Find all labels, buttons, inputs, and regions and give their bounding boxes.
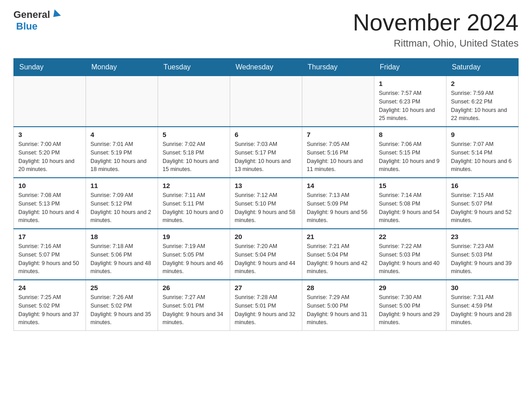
calendar-cell: 18Sunrise: 7:18 AMSunset: 5:06 PMDayligh… [86,229,158,280]
logo-blue-text: Blue [16,21,38,32]
day-info: Sunrise: 7:01 AMSunset: 5:19 PMDaylight:… [90,140,153,174]
month-title: November 2024 [353,9,519,36]
day-info: Sunrise: 7:27 AMSunset: 5:01 PMDaylight:… [163,293,225,327]
day-info: Sunrise: 7:12 AMSunset: 5:10 PMDaylight:… [235,191,297,225]
calendar-week-row: 1Sunrise: 7:57 AMSunset: 6:23 PMDaylight… [14,76,519,127]
calendar-cell: 11Sunrise: 7:09 AMSunset: 5:12 PMDayligh… [86,178,158,229]
day-info: Sunrise: 7:03 AMSunset: 5:17 PMDaylight:… [235,140,297,174]
calendar-cell: 17Sunrise: 7:16 AMSunset: 5:07 PMDayligh… [14,229,86,280]
calendar-cell [158,76,230,127]
day-info: Sunrise: 7:07 AMSunset: 5:14 PMDaylight:… [451,140,514,174]
day-info: Sunrise: 7:05 AMSunset: 5:16 PMDaylight:… [307,140,369,174]
day-number: 5 [163,131,225,138]
day-info: Sunrise: 7:31 AMSunset: 4:59 PMDaylight:… [451,293,514,327]
calendar-week-row: 24Sunrise: 7:25 AMSunset: 5:02 PMDayligh… [14,280,519,331]
day-number: 4 [90,131,153,138]
weekday-header-sunday: Sunday [14,59,86,76]
day-info: Sunrise: 7:29 AMSunset: 5:00 PMDaylight:… [307,293,369,327]
day-info: Sunrise: 7:18 AMSunset: 5:06 PMDaylight:… [90,242,153,276]
calendar-cell: 12Sunrise: 7:11 AMSunset: 5:11 PMDayligh… [158,178,230,229]
logo-arrow-icon [50,9,61,20]
calendar-cell: 19Sunrise: 7:19 AMSunset: 5:05 PMDayligh… [158,229,230,280]
calendar-cell: 6Sunrise: 7:03 AMSunset: 5:17 PMDaylight… [230,127,302,178]
day-info: Sunrise: 7:30 AMSunset: 5:00 PMDaylight:… [379,293,442,327]
calendar-cell: 15Sunrise: 7:14 AMSunset: 5:08 PMDayligh… [374,178,446,229]
calendar-table: SundayMondayTuesdayWednesdayThursdayFrid… [13,58,519,331]
day-number: 17 [18,233,81,240]
day-info: Sunrise: 7:15 AMSunset: 5:07 PMDaylight:… [451,191,514,225]
calendar-week-row: 3Sunrise: 7:00 AMSunset: 5:20 PMDaylight… [14,127,519,178]
day-number: 26 [163,284,225,291]
location-text: Rittman, Ohio, United States [353,38,519,49]
calendar-cell: 22Sunrise: 7:22 AMSunset: 5:03 PMDayligh… [374,229,446,280]
day-info: Sunrise: 7:08 AMSunset: 5:13 PMDaylight:… [18,191,81,225]
day-number: 29 [379,284,442,291]
day-info: Sunrise: 7:57 AMSunset: 6:23 PMDaylight:… [379,89,442,123]
title-section: November 2024 Rittman, Ohio, United Stat… [353,9,519,49]
day-number: 15 [379,182,442,189]
day-number: 1 [379,80,442,87]
weekday-header-thursday: Thursday [302,59,374,76]
calendar-cell: 4Sunrise: 7:01 AMSunset: 5:19 PMDaylight… [86,127,158,178]
day-number: 2 [451,80,514,87]
day-info: Sunrise: 7:06 AMSunset: 5:15 PMDaylight:… [379,140,442,174]
calendar-cell: 21Sunrise: 7:21 AMSunset: 5:04 PMDayligh… [302,229,374,280]
day-info: Sunrise: 7:19 AMSunset: 5:05 PMDaylight:… [163,242,225,276]
calendar-week-row: 17Sunrise: 7:16 AMSunset: 5:07 PMDayligh… [14,229,519,280]
day-info: Sunrise: 7:23 AMSunset: 5:03 PMDaylight:… [451,242,514,276]
day-number: 14 [307,182,369,189]
calendar-cell: 10Sunrise: 7:08 AMSunset: 5:13 PMDayligh… [14,178,86,229]
calendar-cell: 23Sunrise: 7:23 AMSunset: 5:03 PMDayligh… [446,229,519,280]
logo: General Blue [13,9,61,32]
calendar-cell: 24Sunrise: 7:25 AMSunset: 5:02 PMDayligh… [14,280,86,331]
calendar-cell: 14Sunrise: 7:13 AMSunset: 5:09 PMDayligh… [302,178,374,229]
calendar-cell: 26Sunrise: 7:27 AMSunset: 5:01 PMDayligh… [158,280,230,331]
calendar-cell [230,76,302,127]
day-number: 25 [90,284,153,291]
weekday-header-saturday: Saturday [446,59,519,76]
calendar-cell: 2Sunrise: 7:59 AMSunset: 6:22 PMDaylight… [446,76,519,127]
calendar-cell: 29Sunrise: 7:30 AMSunset: 5:00 PMDayligh… [374,280,446,331]
weekday-header-row: SundayMondayTuesdayWednesdayThursdayFrid… [14,59,519,76]
day-number: 12 [163,182,225,189]
day-number: 28 [307,284,369,291]
calendar-week-row: 10Sunrise: 7:08 AMSunset: 5:13 PMDayligh… [14,178,519,229]
weekday-header-monday: Monday [86,59,158,76]
calendar-cell: 1Sunrise: 7:57 AMSunset: 6:23 PMDaylight… [374,76,446,127]
day-number: 20 [235,233,297,240]
logo-general-text: General [13,9,50,21]
day-info: Sunrise: 7:26 AMSunset: 5:02 PMDaylight:… [90,293,153,327]
calendar-cell: 8Sunrise: 7:06 AMSunset: 5:15 PMDaylight… [374,127,446,178]
day-info: Sunrise: 7:09 AMSunset: 5:12 PMDaylight:… [90,191,153,225]
day-number: 30 [451,284,514,291]
calendar-cell: 7Sunrise: 7:05 AMSunset: 5:16 PMDaylight… [302,127,374,178]
calendar-cell: 28Sunrise: 7:29 AMSunset: 5:00 PMDayligh… [302,280,374,331]
day-info: Sunrise: 7:28 AMSunset: 5:01 PMDaylight:… [235,293,297,327]
day-number: 9 [451,131,514,138]
day-info: Sunrise: 7:00 AMSunset: 5:20 PMDaylight:… [18,140,81,174]
day-info: Sunrise: 7:14 AMSunset: 5:08 PMDaylight:… [379,191,442,225]
calendar-cell: 13Sunrise: 7:12 AMSunset: 5:10 PMDayligh… [230,178,302,229]
day-info: Sunrise: 7:25 AMSunset: 5:02 PMDaylight:… [18,293,81,327]
weekday-header-tuesday: Tuesday [158,59,230,76]
calendar-cell: 5Sunrise: 7:02 AMSunset: 5:18 PMDaylight… [158,127,230,178]
day-number: 11 [90,182,153,189]
weekday-header-wednesday: Wednesday [230,59,302,76]
day-number: 10 [18,182,81,189]
day-number: 18 [90,233,153,240]
day-info: Sunrise: 7:59 AMSunset: 6:22 PMDaylight:… [451,89,514,123]
day-number: 27 [235,284,297,291]
day-number: 24 [18,284,81,291]
calendar-cell: 25Sunrise: 7:26 AMSunset: 5:02 PMDayligh… [86,280,158,331]
day-number: 6 [235,131,297,138]
calendar-cell [302,76,374,127]
day-info: Sunrise: 7:20 AMSunset: 5:04 PMDaylight:… [235,242,297,276]
calendar-cell: 9Sunrise: 7:07 AMSunset: 5:14 PMDaylight… [446,127,519,178]
day-number: 8 [379,131,442,138]
day-number: 7 [307,131,369,138]
day-info: Sunrise: 7:16 AMSunset: 5:07 PMDaylight:… [18,242,81,276]
calendar-cell: 3Sunrise: 7:00 AMSunset: 5:20 PMDaylight… [14,127,86,178]
calendar-cell: 30Sunrise: 7:31 AMSunset: 4:59 PMDayligh… [446,280,519,331]
calendar-cell: 16Sunrise: 7:15 AMSunset: 5:07 PMDayligh… [446,178,519,229]
calendar-cell: 27Sunrise: 7:28 AMSunset: 5:01 PMDayligh… [230,280,302,331]
